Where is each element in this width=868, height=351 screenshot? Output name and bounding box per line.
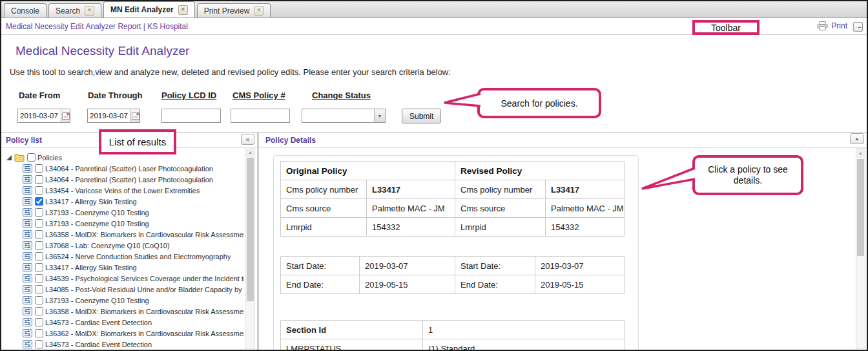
policy-checkbox[interactable] — [35, 318, 43, 326]
policy-label: L36358 - MolDX: Biomarkers in Cardiovasc… — [45, 308, 244, 315]
list-item[interactable]: L37193 - Coenzyme Q10 Testing — [1, 207, 244, 218]
policy-checkbox[interactable] — [35, 208, 43, 217]
policy-checkbox[interactable] — [35, 197, 43, 206]
date-from-field — [17, 109, 70, 123]
list-item[interactable]: L33454 - Varicose Veins of the Lower Ext… — [1, 185, 244, 196]
cell-value: 2019-03-07 — [535, 257, 625, 275]
list-item[interactable]: L36358 - MolDX: Biomarkers in Cardiovasc… — [1, 306, 244, 317]
list-item[interactable]: L33417 - Allergy Skin Testing — [1, 196, 244, 207]
policy-checkbox[interactable] — [35, 274, 43, 282]
policy-checkbox[interactable] — [35, 340, 43, 348]
policy-item-icon — [23, 318, 32, 326]
print-button[interactable]: Print — [817, 21, 847, 30]
change-status-select[interactable]: ▼ — [302, 109, 386, 123]
list-item[interactable]: L34085 - Post-Void Residual Urine and/or… — [1, 284, 244, 295]
tab-label: Print Preview — [204, 6, 250, 16]
policy-checkbox[interactable] — [35, 285, 43, 293]
policy-checkbox[interactable] — [35, 175, 43, 184]
callout-details: Click a policy to see details. — [692, 155, 803, 195]
cell-label: Cms source — [281, 199, 367, 218]
list-item[interactable]: L34064 - Panretinal (Scatter) Laser Phot… — [1, 163, 244, 174]
scrollbar[interactable]: ▲ — [245, 147, 255, 349]
policy-list-panel: Policy list « Policies L34064 - Panretin… — [1, 132, 257, 350]
cell-label: Lmrpid — [455, 218, 546, 237]
scrollbar[interactable]: ▲ — [856, 148, 865, 349]
table-row: Cms source Palmetto MAC - JM Cms source … — [281, 199, 625, 218]
collapse-left-icon[interactable]: « — [241, 134, 254, 145]
scrollbar-thumb[interactable] — [857, 159, 864, 256]
cell-label: LMRPSTATUS — [281, 339, 423, 351]
policy-checkbox[interactable] — [35, 164, 43, 173]
tab-print-preview[interactable]: Print Preview ✕ — [197, 3, 271, 17]
policy-item-icon — [23, 274, 32, 282]
policy-label: L36362 - MolDX: Biomarkers in Cardiovasc… — [45, 330, 244, 337]
date-through-input[interactable] — [88, 109, 130, 122]
cell-value: 154332 — [546, 218, 625, 237]
callout-arrow-left — [443, 91, 482, 113]
policy-label: L36524 - Nerve Conduction Studies and El… — [45, 253, 231, 261]
list-item[interactable]: L37068 - Lab: Coenzyme Q10 (CoQ10) — [1, 240, 244, 251]
cms-policy-label: CMS Policy # — [232, 90, 285, 100]
policy-lcd-id-input[interactable] — [161, 109, 221, 123]
list-item[interactable]: L37193 - Coenzyme Q10 Testing — [1, 218, 244, 229]
list-item[interactable]: L36362 - MolDX: Biomarkers in Cardiovasc… — [1, 328, 244, 339]
policy-checkbox[interactable] — [35, 241, 43, 250]
date-from-label: Date From — [19, 90, 60, 100]
close-icon[interactable]: ✕ — [254, 6, 264, 16]
policy-checkbox[interactable] — [27, 153, 36, 162]
print-icon — [817, 21, 828, 30]
list-item[interactable]: L36524 - Nerve Conduction Studies and El… — [1, 251, 244, 262]
submit-button[interactable]: Submit — [402, 109, 441, 123]
expand-arrow-icon[interactable] — [6, 155, 12, 160]
list-item[interactable]: L37193 - Coenzyme Q10 Testing — [1, 295, 244, 306]
scroll-up-icon[interactable]: ▲ — [856, 149, 865, 158]
cms-policy-input[interactable] — [231, 109, 290, 123]
cell-value: 1 — [423, 321, 625, 339]
chevron-down-icon[interactable]: ▼ — [374, 109, 385, 122]
policy-checkbox[interactable] — [35, 252, 43, 261]
scrollbar-thumb[interactable] — [247, 158, 254, 301]
scroll-up-icon[interactable]: ▲ — [246, 148, 254, 157]
policy-checkbox[interactable] — [35, 230, 43, 239]
policy-list-title: Policy list — [6, 136, 42, 145]
table-row: End Date: 2019-05-15 End Date: 2019-05-1… — [281, 275, 625, 294]
callout-search: Search for policies. — [477, 88, 601, 118]
list-item[interactable]: L34064 - Panretinal (Scatter) Laser Phot… — [1, 174, 244, 185]
panel-splitter[interactable] — [257, 132, 259, 350]
cell-value: 154332 — [367, 218, 455, 237]
policy-item-icon — [23, 329, 32, 337]
breadcrumb: Medical Necessity Edit Analyzer Report |… — [6, 22, 188, 31]
date-from-input[interactable] — [18, 109, 61, 122]
cell-label: Cms source — [455, 199, 546, 218]
policy-checkbox[interactable] — [35, 307, 43, 315]
policy-details-title: Policy Details — [265, 136, 316, 145]
list-item[interactable]: L33417 - Allergy Skin Testing — [1, 262, 244, 273]
policy-checkbox[interactable] — [35, 263, 43, 271]
policy-checkbox[interactable] — [35, 296, 43, 304]
tab-search[interactable]: Search ✕ — [48, 3, 101, 17]
policy-item-icon — [23, 197, 32, 206]
list-item[interactable]: L34573 - Cardiac Event Detection — [1, 317, 244, 328]
policy-dates-table: Start Date: 2019-03-07 Start Date: 2019-… — [280, 256, 625, 294]
table-row: Start Date: 2019-03-07 Start Date: 2019-… — [281, 257, 625, 275]
list-item[interactable]: L36358 - MolDX: Biomarkers in Cardiovasc… — [1, 229, 244, 240]
calendar-icon[interactable] — [61, 109, 70, 122]
policy-checkbox[interactable] — [35, 329, 43, 337]
policy-label: L34064 - Panretinal (Scatter) Laser Phot… — [45, 165, 213, 173]
tab-bar: Console Search ✕ MN Edit Analyzer ✕ Prin… — [1, 1, 867, 18]
minimize-toolbar-button[interactable]: − — [853, 22, 863, 32]
calendar-icon[interactable] — [130, 109, 140, 122]
list-item[interactable]: L34573 - Cardiac Event Detection — [1, 339, 244, 350]
policy-label: L37193 - Coenzyme Q10 Testing — [45, 220, 149, 228]
tab-mn-edit-analyzer[interactable]: MN Edit Analyzer ✕ — [103, 1, 195, 17]
collapse-up-icon[interactable]: ▲ — [850, 133, 864, 144]
policy-checkbox[interactable] — [35, 219, 43, 228]
list-item[interactable]: L34539 - Psychological Services Coverage… — [1, 273, 244, 284]
tab-console[interactable]: Console — [4, 3, 46, 17]
cell-label: Cms policy number — [281, 180, 367, 199]
close-icon[interactable]: ✕ — [85, 6, 94, 16]
policy-label: L37193 - Coenzyme Q10 Testing — [45, 297, 149, 304]
policy-checkbox[interactable] — [35, 186, 43, 195]
close-icon[interactable]: ✕ — [178, 5, 188, 15]
callout-arrow-left — [641, 163, 696, 194]
